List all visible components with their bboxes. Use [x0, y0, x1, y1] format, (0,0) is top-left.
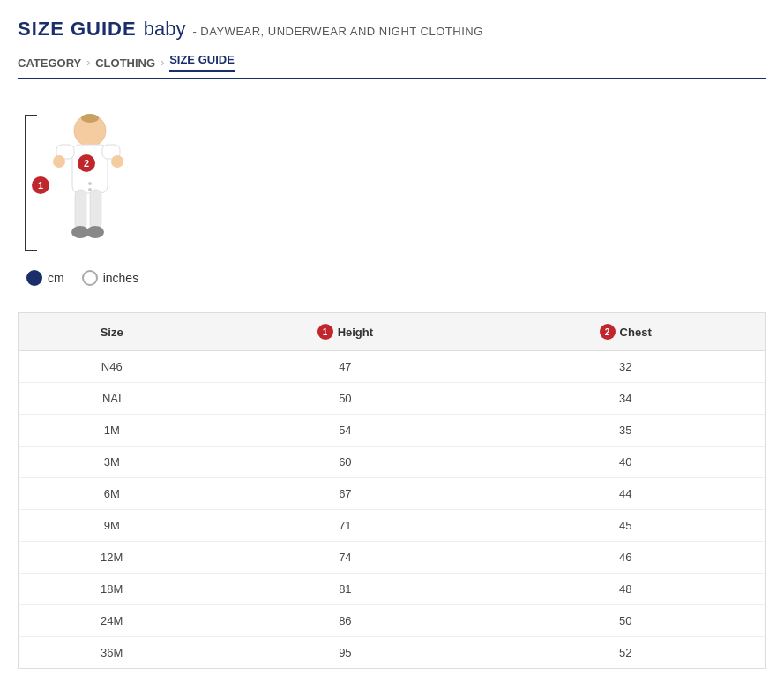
cell-size: 1M — [19, 415, 205, 447]
cell-chest: 46 — [485, 542, 765, 574]
chest-badge: 2 — [600, 324, 616, 340]
cell-height: 95 — [205, 637, 485, 669]
cell-size: 12M — [19, 542, 205, 574]
cell-size: 36M — [19, 637, 205, 669]
figure-section: 1 2 cm inches — [18, 106, 766, 286]
title-baby: baby — [144, 18, 186, 41]
height-header-icon-group: 1 Height — [317, 324, 373, 340]
col-header-height: 1 Height — [205, 313, 485, 351]
svg-point-1 — [81, 114, 99, 123]
cell-chest: 32 — [485, 351, 765, 383]
unit-inches-option[interactable]: inches — [82, 270, 138, 286]
breadcrumb: CATEGORY › CLOTHING › SIZE GUIDE — [18, 53, 766, 79]
cell-height: 71 — [205, 510, 485, 542]
cell-height: 67 — [205, 478, 485, 510]
unit-inches-label: inches — [103, 271, 138, 285]
col-header-size: Size — [19, 313, 205, 351]
table-row: 6M 67 44 — [19, 478, 765, 510]
chest-header-icon-group: 2 Chest — [600, 324, 652, 340]
cell-chest: 44 — [485, 478, 765, 510]
svg-point-10 — [86, 226, 104, 238]
baby-figure: 1 2 — [44, 106, 132, 256]
breadcrumb-sep-2: › — [161, 56, 164, 69]
cell-height: 60 — [205, 447, 485, 478]
cell-height: 54 — [205, 415, 485, 447]
cell-size: 9M — [19, 510, 205, 542]
svg-point-5 — [53, 155, 65, 168]
title-subtitle: - DAYWEAR, UNDERWEAR AND NIGHT CLOTHING — [192, 25, 482, 38]
svg-rect-8 — [90, 190, 101, 229]
svg-point-12 — [88, 188, 92, 191]
title-size-guide: SIZE GUIDE — [18, 18, 137, 41]
table-row: 1M 54 35 — [19, 415, 765, 447]
cell-height: 47 — [205, 351, 485, 383]
radio-inches[interactable] — [82, 270, 98, 286]
cell-chest: 45 — [485, 510, 765, 542]
cell-size: 18M — [19, 574, 205, 605]
cell-chest: 34 — [485, 383, 765, 415]
unit-cm-option[interactable]: cm — [26, 270, 64, 286]
cell-height: 74 — [205, 542, 485, 574]
table-row: 3M 60 40 — [19, 447, 765, 478]
cell-size: 24M — [19, 605, 205, 637]
table-row: N46 47 32 — [19, 351, 765, 383]
table-row: 24M 86 50 — [19, 605, 765, 637]
cell-size: 3M — [19, 447, 205, 478]
chest-col-label: Chest — [620, 326, 652, 339]
badge-chest: 2 — [78, 154, 95, 172]
cell-size: NAI — [19, 383, 205, 415]
breadcrumb-size-guide[interactable]: SIZE GUIDE — [169, 53, 235, 72]
cell-chest: 48 — [485, 574, 765, 605]
table-row: 12M 74 46 — [19, 542, 765, 574]
unit-selector: cm inches — [26, 270, 138, 286]
col-header-chest: 2 Chest — [485, 313, 765, 351]
table-header-row: Size 1 Height 2 Chest — [19, 313, 765, 351]
cell-size: N46 — [19, 351, 205, 383]
unit-cm-label: cm — [48, 271, 64, 285]
cell-chest: 50 — [485, 605, 765, 637]
breadcrumb-category[interactable]: CATEGORY — [18, 56, 81, 70]
size-table-wrapper: Size 1 Height 2 Chest — [18, 312, 766, 669]
cell-size: 6M — [19, 478, 205, 510]
radio-cm[interactable] — [26, 270, 42, 286]
breadcrumb-clothing[interactable]: CLOTHING — [95, 56, 155, 70]
table-row: 9M 71 45 — [19, 510, 765, 542]
cell-chest: 35 — [485, 415, 765, 447]
baby-illustration — [44, 106, 132, 256]
height-col-label: Height — [338, 326, 373, 339]
page-wrapper: SIZE GUIDE baby - DAYWEAR, UNDERWEAR AND… — [0, 0, 784, 698]
table-row: 36M 95 52 — [19, 637, 765, 669]
table-row: 18M 81 48 — [19, 574, 765, 605]
cell-chest: 52 — [485, 637, 765, 669]
svg-rect-7 — [75, 190, 86, 229]
table-row: NAI 50 34 — [19, 383, 765, 415]
height-badge: 1 — [317, 324, 333, 340]
cell-height: 50 — [205, 383, 485, 415]
breadcrumb-sep-1: › — [86, 56, 90, 69]
badge-height: 1 — [32, 176, 49, 194]
size-table: Size 1 Height 2 Chest — [19, 313, 765, 668]
page-title-row: SIZE GUIDE baby - DAYWEAR, UNDERWEAR AND… — [18, 18, 766, 41]
cell-chest: 40 — [485, 447, 765, 478]
table-body: N46 47 32 NAI 50 34 1M 54 35 3M 60 40 6M… — [19, 351, 765, 669]
cell-height: 81 — [205, 574, 485, 605]
cell-height: 86 — [205, 605, 485, 637]
svg-point-6 — [111, 155, 123, 168]
svg-point-11 — [88, 182, 92, 185]
figure-container: 1 2 — [44, 106, 132, 256]
